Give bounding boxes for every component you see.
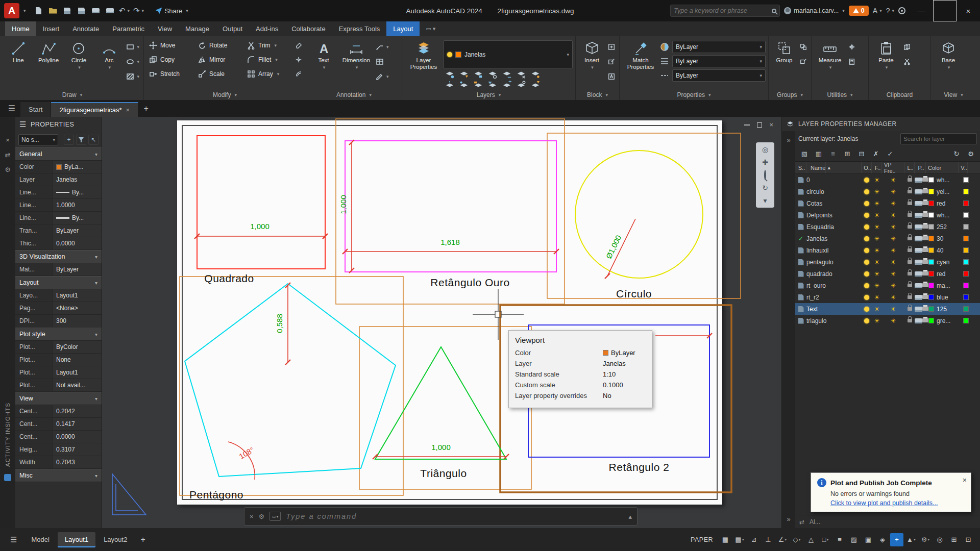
freeze-icon[interactable]: ☀: [872, 189, 882, 195]
panel-label-properties[interactable]: Properties▾: [620, 90, 768, 100]
layer-color-cell[interactable]: red: [928, 270, 961, 278]
lock-icon[interactable]: [904, 190, 915, 193]
new-group-filter-icon[interactable]: ▥: [814, 150, 824, 158]
ribbon-tab-view[interactable]: View: [151, 21, 179, 36]
freeze-icon[interactable]: ☀: [872, 259, 882, 265]
close-icon[interactable]: ×: [963, 476, 967, 484]
mirror-button[interactable]: Mirror: [195, 53, 244, 67]
layer-states-icon[interactable]: ≡: [828, 150, 838, 158]
property-value[interactable]: 300: [53, 315, 102, 327]
linetype-dropdown[interactable]: ByLayer▾: [672, 69, 766, 82]
array-button[interactable]: Array▾: [244, 67, 293, 81]
copy-button[interactable]: Copy: [146, 53, 195, 67]
layer-tool-icon[interactable]: [459, 70, 469, 79]
property-value[interactable]: 0.7043: [53, 456, 102, 468]
layer-tool-icon[interactable]: [502, 81, 512, 90]
property-value[interactable]: 0.2042: [53, 405, 102, 417]
hatch-button[interactable]: ▾: [125, 70, 141, 83]
property-value[interactable]: <None>: [53, 302, 102, 314]
layer-tool-icon[interactable]: [516, 81, 526, 90]
new-tab-button[interactable]: +: [138, 100, 154, 117]
properties-section-misc[interactable]: Misc▾: [15, 469, 102, 482]
lock-icon[interactable]: [904, 307, 915, 311]
recent-commands-icon[interactable]: ▭▾: [270, 512, 281, 521]
col-color[interactable]: Color: [926, 162, 959, 173]
property-value[interactable]: 0.0000: [53, 237, 102, 249]
property-row[interactable]: Line...1.0000: [15, 199, 102, 212]
layer-tool-icon[interactable]: [516, 70, 526, 79]
properties-section-view[interactable]: View▾: [15, 392, 102, 405]
property-value[interactable]: None: [53, 354, 102, 366]
save-icon[interactable]: [61, 4, 74, 18]
layer-tool-icon[interactable]: [530, 81, 541, 90]
properties-section-general[interactable]: General▾: [15, 147, 102, 161]
plot-icon[interactable]: [915, 260, 928, 265]
chevron-down-icon[interactable]: ▾: [914, 537, 916, 542]
layer-tool-icon[interactable]: [502, 70, 512, 79]
select-objects-icon[interactable]: ↖: [88, 135, 99, 145]
viewport-pentagono[interactable]: [180, 277, 403, 495]
cut-clip-button[interactable]: [902, 55, 912, 68]
new-property-filter-icon[interactable]: ▧: [799, 150, 810, 158]
new-layer-vp-freeze-icon[interactable]: ⊟: [856, 150, 867, 158]
vp-freeze-icon[interactable]: ☀: [882, 189, 904, 195]
lock-icon[interactable]: [904, 260, 915, 264]
freeze-icon[interactable]: ☀: [872, 177, 882, 183]
pan-icon[interactable]: ✚: [762, 158, 768, 166]
group-button[interactable]: Group: [771, 38, 797, 90]
layer-on-icon[interactable]: [862, 189, 872, 194]
help-icon[interactable]: ?▾: [886, 7, 894, 15]
lock-icon[interactable]: [904, 237, 915, 240]
layer-row-rt_r2[interactable]: rt_r2☀☀blue: [795, 291, 980, 303]
property-value[interactable]: 0.0000: [53, 431, 102, 443]
scale-button[interactable]: Scale: [195, 67, 244, 81]
property-row[interactable]: Plot...ByColor: [15, 341, 102, 354]
layer-on-icon[interactable]: [862, 318, 872, 323]
customize-icon[interactable]: ⚙: [259, 513, 265, 520]
erase-button[interactable]: [293, 39, 305, 52]
lineweight-icon[interactable]: ≡: [833, 533, 846, 546]
create-block-button[interactable]: [606, 40, 617, 54]
ribbon-tab-output[interactable]: Output: [216, 21, 249, 36]
vp-freeze-icon[interactable]: ☀: [882, 201, 904, 207]
layer-row-Esquadria[interactable]: Esquadria☀☀252: [795, 221, 980, 233]
ribbon-tab-parametric[interactable]: Parametric: [106, 21, 151, 36]
stretch-button[interactable]: Stretch: [146, 67, 195, 81]
save-as-icon[interactable]: [75, 4, 88, 18]
property-value[interactable]: 1.0000: [53, 199, 102, 211]
vp-color-cell[interactable]: [961, 318, 970, 323]
transparency-icon[interactable]: ▨: [847, 533, 861, 546]
layer-on-icon[interactable]: [862, 248, 872, 253]
vp-color-cell[interactable]: [961, 224, 970, 230]
share-button[interactable]: Share ▾: [156, 7, 188, 15]
set-current-icon[interactable]: ✓: [885, 150, 895, 158]
property-value[interactable]: ByLa...: [53, 161, 102, 173]
infer-constraints-icon[interactable]: ⊿: [747, 533, 761, 546]
vp-freeze-icon[interactable]: ☀: [882, 224, 904, 230]
new-layer-icon[interactable]: ⊞: [842, 150, 852, 158]
group-edit-button[interactable]: [798, 55, 808, 68]
ribbon-tab-add-ins[interactable]: Add-ins: [249, 21, 285, 36]
undo-icon[interactable]: ↶▾: [118, 4, 131, 18]
selection-dropdown[interactable]: No s... ▾: [18, 134, 58, 145]
property-value[interactable]: Not avail...: [53, 379, 102, 391]
trim-button[interactable]: Trim▾: [244, 39, 293, 53]
property-value[interactable]: By...: [53, 186, 102, 198]
plot-icon[interactable]: [915, 224, 928, 230]
panel-label-groups[interactable]: Groups▾: [769, 90, 811, 100]
layer-on-icon[interactable]: [862, 213, 872, 218]
chevron-down-icon[interactable]: ▾: [927, 537, 929, 542]
lock-icon[interactable]: [904, 178, 915, 182]
lock-icon[interactable]: [904, 248, 915, 252]
polar-tracking-icon[interactable]: ∠▾: [776, 533, 789, 546]
command-input[interactable]: [286, 512, 623, 520]
chevron-down-icon[interactable]: ▾: [23, 8, 26, 13]
lock-icon[interactable]: [904, 319, 915, 322]
plot-icon[interactable]: [915, 236, 928, 241]
layer-tool-icon[interactable]: [530, 70, 541, 79]
new-layout-button[interactable]: +: [136, 535, 149, 544]
vp-freeze-icon[interactable]: ☀: [882, 177, 904, 183]
property-row[interactable]: DPI...300: [15, 315, 102, 328]
vp-freeze-icon[interactable]: ☀: [882, 259, 904, 265]
delete-layer-icon[interactable]: ✗: [871, 150, 881, 158]
